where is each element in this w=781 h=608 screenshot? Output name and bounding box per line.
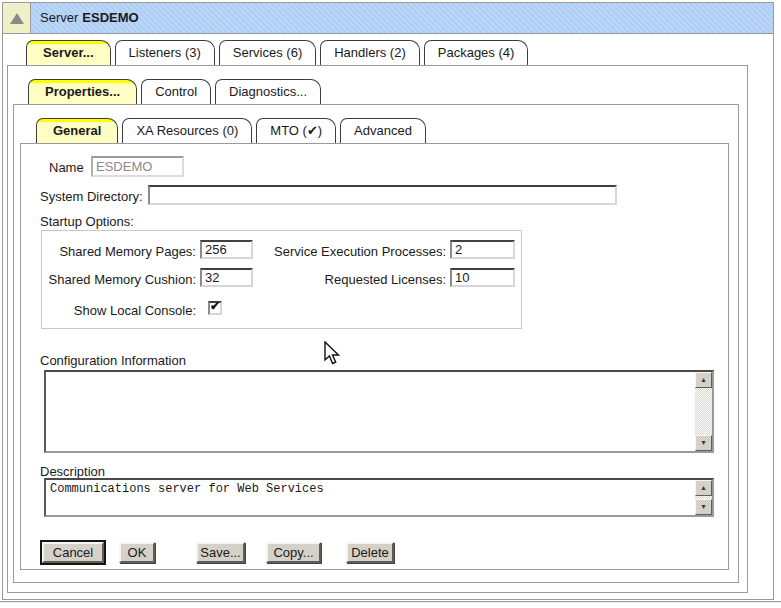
check-icon: ✔ [210, 299, 220, 313]
title-bar: ServerESDEMO [3, 3, 773, 34]
tab-advanced[interactable]: Advanced [340, 118, 426, 143]
scroll-down-icon[interactable]: ▼ [695, 435, 712, 451]
configuration-information-textarea[interactable]: ▲ ▼ [44, 370, 714, 453]
startup-options-group: Shared Memory Pages: Service Execution P… [41, 230, 522, 329]
service-execution-processes-input[interactable] [450, 240, 515, 259]
tab-diagnostics[interactable]: Diagnostics... [215, 79, 321, 104]
tab-xa-resources[interactable]: XA Resources (0) [122, 118, 252, 143]
description-scrollbar[interactable]: ▲ ▼ [695, 480, 712, 515]
system-directory-input[interactable] [148, 185, 617, 205]
scroll-up-icon[interactable]: ▲ [695, 480, 712, 496]
properties-panel: General XA Resources (0) MTO (✔) Advance… [13, 104, 739, 583]
tab-handlers[interactable]: Handlers (2) [320, 40, 420, 65]
tab-control[interactable]: Control [141, 79, 211, 104]
name-input[interactable] [91, 156, 184, 177]
requested-licenses-label: Requested Licenses: [202, 272, 446, 287]
description-textarea[interactable]: Communications server for Web Services ▲… [44, 478, 714, 517]
server-panel: Properties... Control Diagnostics... Gen… [7, 65, 748, 593]
title-server-name: ESDEMO [82, 10, 138, 25]
mouse-cursor-icon [324, 341, 346, 367]
description-label: Description [40, 464, 105, 479]
warning-icon-box [3, 3, 31, 33]
server-window-frame: ServerESDEMO Server... Listeners (3) Ser… [2, 2, 774, 600]
page-title: ServerESDEMO [31, 3, 773, 33]
shared-memory-pages-label: Shared Memory Pages: [42, 244, 196, 259]
button-row: Cancel OK Save... Copy... Delete [21, 542, 728, 568]
startup-options-label: Startup Options: [40, 214, 134, 229]
shared-memory-cushion-label: Shared Memory Cushion: [42, 272, 196, 287]
level1-tabs: Server... Listeners (3) Services (6) Han… [26, 40, 773, 65]
configuration-information-label: Configuration Information [40, 353, 186, 368]
requested-licenses-input[interactable] [450, 268, 515, 287]
ok-button[interactable]: OK [119, 542, 155, 563]
cancel-button[interactable]: Cancel [42, 542, 104, 563]
es-admin-page: ServerESDEMO Server... Listeners (3) Ser… [0, 0, 781, 608]
tab-general[interactable]: General [36, 118, 118, 143]
level3-tabs: General XA Resources (0) MTO (✔) Advance… [36, 118, 738, 143]
warning-triangle-icon [10, 13, 24, 24]
scroll-up-icon[interactable]: ▲ [695, 372, 712, 388]
config-scrollbar[interactable]: ▲ ▼ [695, 372, 712, 451]
delete-button[interactable]: Delete [346, 542, 394, 563]
system-directory-label: System Directory: [40, 189, 143, 204]
page-bottom-rule [0, 601, 781, 603]
general-panel: Name System Directory: Startup Options: … [20, 143, 729, 570]
tab-listeners[interactable]: Listeners (3) [115, 40, 215, 65]
tab-server[interactable]: Server... [26, 40, 111, 65]
configuration-information-text [46, 372, 712, 374]
tab-properties[interactable]: Properties... [28, 79, 137, 104]
title-prefix: Server [40, 10, 78, 25]
show-local-console-checkbox[interactable]: ✔ [208, 301, 222, 315]
tab-mto[interactable]: MTO (✔) [256, 118, 336, 143]
scroll-down-icon[interactable]: ▼ [695, 499, 712, 515]
tab-services[interactable]: Services (6) [219, 40, 316, 65]
copy-button[interactable]: Copy... [266, 542, 321, 563]
service-execution-processes-label: Service Execution Processes: [202, 244, 446, 259]
level2-tabs: Properties... Control Diagnostics... [28, 79, 747, 104]
tab-packages[interactable]: Packages (4) [424, 40, 529, 65]
save-button[interactable]: Save... [196, 542, 245, 563]
description-text: Communications server for Web Services [46, 480, 712, 496]
name-label: Name [49, 160, 84, 175]
show-local-console-label: Show Local Console: [42, 303, 196, 318]
